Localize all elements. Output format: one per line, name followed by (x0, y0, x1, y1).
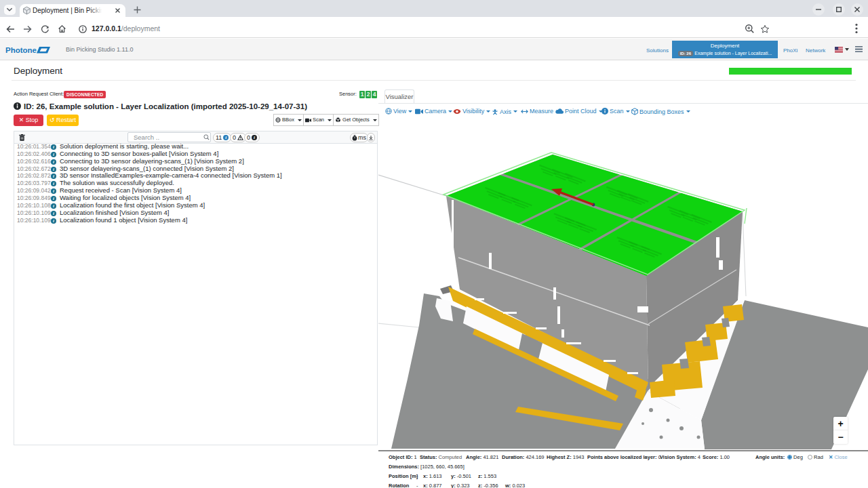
svg-text:Photone: Photone (5, 46, 37, 54)
